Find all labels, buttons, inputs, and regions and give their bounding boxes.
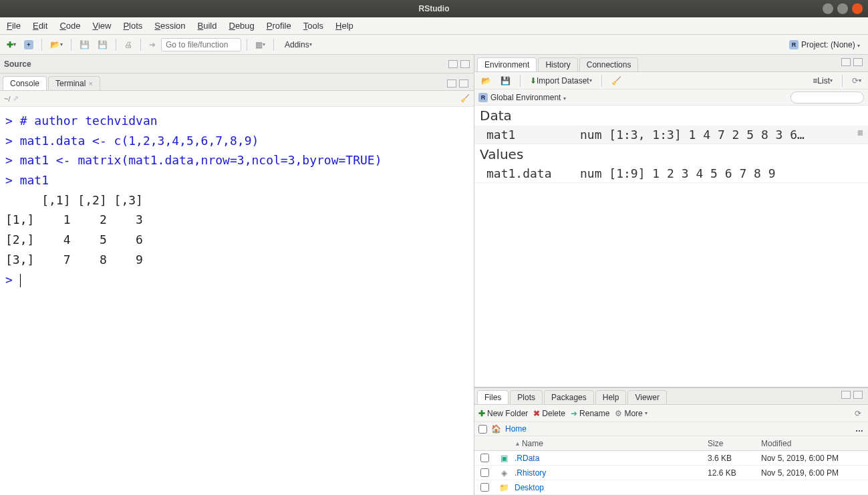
print-button[interactable]: 🖨 <box>122 38 135 51</box>
console-line: > mat1 <box>5 170 468 190</box>
toolbar-separator <box>140 39 141 51</box>
save-all-button[interactable]: 💾 <box>95 38 110 51</box>
menu-help[interactable]: Help <box>335 21 353 31</box>
toolbar-separator <box>273 39 274 51</box>
file-checkbox[interactable] <box>480 468 489 477</box>
source-pane-maximize-icon[interactable] <box>460 60 470 68</box>
close-icon[interactable]: × <box>88 79 92 88</box>
refresh-files-button[interactable]: ⟳ <box>852 407 864 420</box>
addins-button[interactable]: Addins ▾ <box>279 38 317 51</box>
files-pane-restore-icon[interactable] <box>841 391 851 399</box>
file-checkbox[interactable] <box>480 454 489 462</box>
grid-icon[interactable]: ▦ <box>852 128 863 142</box>
new-file-button[interactable]: ✚▾ <box>4 38 19 51</box>
toolbar-separator <box>71 39 71 51</box>
file-name[interactable]: Desktop <box>513 483 708 492</box>
delete-button[interactable]: ✖Delete <box>533 409 565 418</box>
file-row[interactable]: ▣.RData3.6 KBNov 5, 2019, 6:00 PM <box>474 451 868 466</box>
console-line: > # author techvidvan <box>5 111 468 131</box>
save-button[interactable]: 💾 <box>77 38 92 51</box>
rename-button[interactable]: ➜Rename <box>571 409 609 418</box>
open-file-button[interactable]: 📂▾ <box>47 38 65 51</box>
source-pane-title: Source <box>4 59 448 69</box>
env-row[interactable]: mat1.datanum [1:9] 1 2 3 4 5 6 7 8 9 <box>474 164 868 183</box>
sort-asc-icon: ▲ <box>515 440 521 447</box>
menu-bar: FileEditCodeViewPlotsSessionBuildDebugPr… <box>0 17 868 35</box>
tab-connections[interactable]: Connections <box>579 57 639 71</box>
console-output[interactable]: > # author techvidvan> mat1.data <- c(1,… <box>0 107 474 495</box>
menu-plots[interactable]: Plots <box>123 21 142 31</box>
env-pane-restore-icon[interactable] <box>841 58 851 66</box>
home-icon[interactable]: 🏠 <box>491 424 501 434</box>
save-workspace-button[interactable]: 💾 <box>498 74 513 88</box>
tab-viewer[interactable]: Viewer <box>627 390 666 404</box>
import-dataset-button[interactable]: ⬇ Import Dataset ▾ <box>527 74 595 88</box>
menu-file[interactable]: File <box>7 21 21 31</box>
clear-objects-button[interactable]: 🧹 <box>609 74 624 88</box>
tab-environment[interactable]: Environment <box>477 57 537 71</box>
clear-console-icon[interactable]: 🧹 <box>460 94 470 103</box>
tab-packages[interactable]: Packages <box>544 390 594 404</box>
list-view-button[interactable]: ≡ List ▾ <box>810 74 835 88</box>
toolbar-separator <box>601 75 602 87</box>
window-minimize-button[interactable] <box>823 3 833 14</box>
files-pane-maximize-icon[interactable] <box>853 391 863 399</box>
path-home-link[interactable]: Home <box>505 424 527 434</box>
env-var-name: mat1 <box>480 128 580 142</box>
env-var-value: num [1:3, 1:3] 1 4 7 2 5 8 3 6… <box>580 128 852 142</box>
more-button[interactable]: ⚙More ▾ <box>615 409 647 418</box>
menu-profile[interactable]: Profile <box>267 21 291 31</box>
tab-terminal[interactable]: Terminal× <box>48 76 100 90</box>
load-workspace-button[interactable]: 📂 <box>478 74 494 88</box>
menu-debug[interactable]: Debug <box>229 21 255 31</box>
env-search-input[interactable] <box>790 92 864 104</box>
console-nav-icon[interactable]: ⇗ <box>13 94 19 103</box>
env-row[interactable]: mat1num [1:3, 1:3] 1 4 7 2 5 8 3 6…▦ <box>474 126 868 144</box>
source-pane-restore-icon[interactable] <box>448 60 458 68</box>
file-row[interactable]: 📁Desktop <box>474 480 868 495</box>
toolbar-separator <box>842 75 843 87</box>
toolbar-separator <box>116 39 116 51</box>
file-checkbox[interactable] <box>480 483 489 492</box>
tab-files[interactable]: Files <box>477 390 509 404</box>
file-row[interactable]: ◈.Rhistory12.6 KBNov 5, 2019, 6:00 PM <box>474 466 868 480</box>
goto-icon: ➔ <box>146 38 158 51</box>
window-title: RStudio <box>419 4 450 13</box>
tab-plots[interactable]: Plots <box>510 390 543 404</box>
files-pane: Files Plots Packages Help Viewer ✚New Fo… <box>474 388 868 495</box>
tab-history[interactable]: History <box>538 57 577 71</box>
menu-session[interactable]: Session <box>154 21 185 31</box>
console-pane-minimize-icon[interactable] <box>459 79 468 88</box>
tab-console[interactable]: Console <box>3 76 47 90</box>
environment-tabs: Environment History Connections <box>474 55 868 72</box>
new-folder-button[interactable]: ✚New Folder <box>478 409 528 418</box>
new-project-button[interactable]: + <box>21 38 36 51</box>
goto-file-input[interactable] <box>161 38 241 51</box>
right-pane: Environment History Connections 📂 💾 ⬇ Im… <box>474 55 868 495</box>
console-line: [,1] [,2] [,3] <box>5 190 468 210</box>
tab-help[interactable]: Help <box>595 390 627 404</box>
console-pane-restore-icon[interactable] <box>447 79 456 88</box>
window-close-button[interactable] <box>852 3 863 14</box>
col-modified-header[interactable]: Modified <box>761 439 868 448</box>
files-header-row: ▲Name Size Modified <box>474 436 868 451</box>
file-size: 3.6 KB <box>708 454 761 463</box>
select-all-checkbox[interactable] <box>478 425 487 434</box>
col-name-header[interactable]: ▲Name <box>513 439 708 448</box>
menu-tools[interactable]: Tools <box>303 21 323 31</box>
menu-build[interactable]: Build <box>198 21 217 31</box>
menu-edit[interactable]: Edit <box>33 21 47 31</box>
refresh-env-button[interactable]: ⟳▾ <box>849 74 864 88</box>
col-size-header[interactable]: Size <box>708 439 761 448</box>
env-pane-maximize-icon[interactable] <box>853 58 863 66</box>
file-name[interactable]: .RData <box>513 454 708 463</box>
env-scope-selector[interactable]: Global Environment ▾ <box>490 93 566 102</box>
window-maximize-button[interactable] <box>837 3 848 14</box>
menu-code[interactable]: Code <box>59 21 80 31</box>
menu-view[interactable]: View <box>92 21 111 31</box>
file-name[interactable]: .Rhistory <box>513 468 708 478</box>
r-logo-icon: R <box>789 40 799 49</box>
path-more-button[interactable]: … <box>855 424 864 434</box>
workspace-panes-button[interactable]: ▦▾ <box>253 38 268 51</box>
project-selector[interactable]: Project: (None) ▾ <box>801 40 860 49</box>
